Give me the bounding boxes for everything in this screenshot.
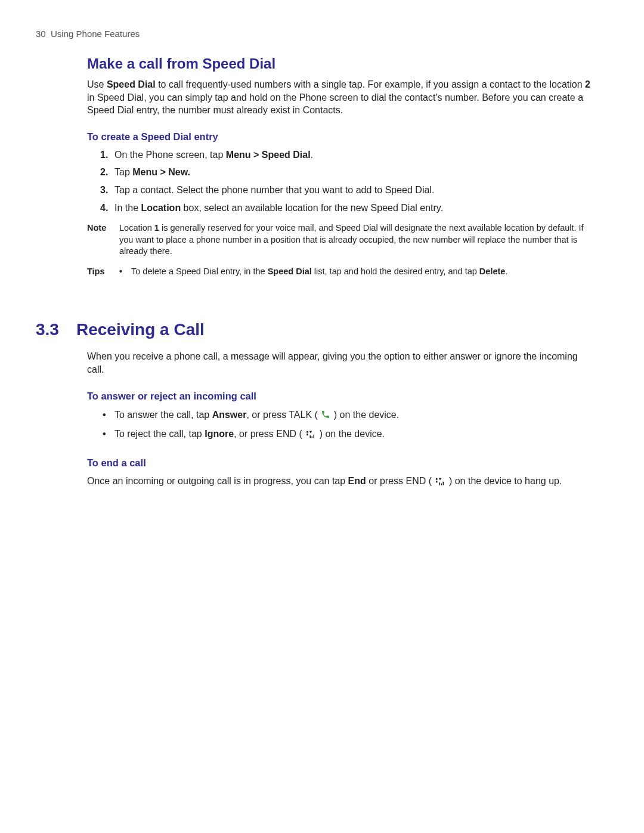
bullet-icon: • — [119, 266, 123, 278]
speed-dial-intro: Use Speed Dial to call frequently-used n… — [87, 78, 590, 117]
list-item: To answer the call, tap Answer, or press… — [100, 408, 590, 423]
phone-talk-icon — [321, 409, 330, 423]
running-header: 30 Using Phone Features — [36, 29, 596, 39]
tips-block: Tips • To delete a Speed Dial entry, in … — [87, 266, 590, 278]
steps-list: 1. On the Phone screen, tap Menu > Speed… — [100, 148, 590, 214]
tips-label: Tips — [87, 266, 111, 278]
section-heading-speed-dial: Make a call from Speed Dial — [87, 55, 590, 72]
tips-text: To delete a Speed Dial entry, in the Spe… — [131, 266, 507, 278]
phone-end-icon — [305, 429, 316, 443]
note-text: Location 1 is generally reserved for you… — [119, 222, 590, 258]
step-item: 4. In the Location box, select an availa… — [100, 202, 590, 215]
list-item: To reject the call, tap Ignore, or press… — [100, 427, 590, 443]
receiving-intro: When you receive a phone call, a message… — [87, 350, 590, 376]
manual-page: 30 Using Phone Features Make a call from… — [0, 0, 644, 521]
note-block: Note Location 1 is generally reserved fo… — [87, 222, 590, 258]
chapter-title: Using Phone Features — [51, 29, 140, 39]
subheading-end-call: To end a call — [87, 457, 590, 469]
section-title: Receiving a Call — [76, 320, 205, 339]
step-item: 2. Tap Menu > New. — [100, 166, 590, 179]
end-call-text: Once an incoming or outgoing call is in … — [87, 475, 590, 490]
note-label: Note — [87, 222, 111, 258]
step-item: 1. On the Phone screen, tap Menu > Speed… — [100, 148, 590, 162]
page-number: 30 — [36, 29, 46, 39]
main-content: Make a call from Speed Dial Use Speed Di… — [87, 55, 590, 277]
answer-bullets: To answer the call, tap Answer, or press… — [100, 408, 590, 443]
step-item: 3. Tap a contact. Select the phone numbe… — [100, 184, 590, 197]
subheading-answer-reject: To answer or reject an incoming call — [87, 391, 590, 402]
section-number: 3.3 — [36, 320, 64, 339]
subheading-create-speed-dial: To create a Speed Dial entry — [87, 131, 590, 143]
section-heading-row: 3.3 Receiving a Call — [36, 320, 596, 339]
phone-end-icon — [435, 476, 445, 490]
receiving-content: When you receive a phone call, a message… — [87, 350, 590, 489]
